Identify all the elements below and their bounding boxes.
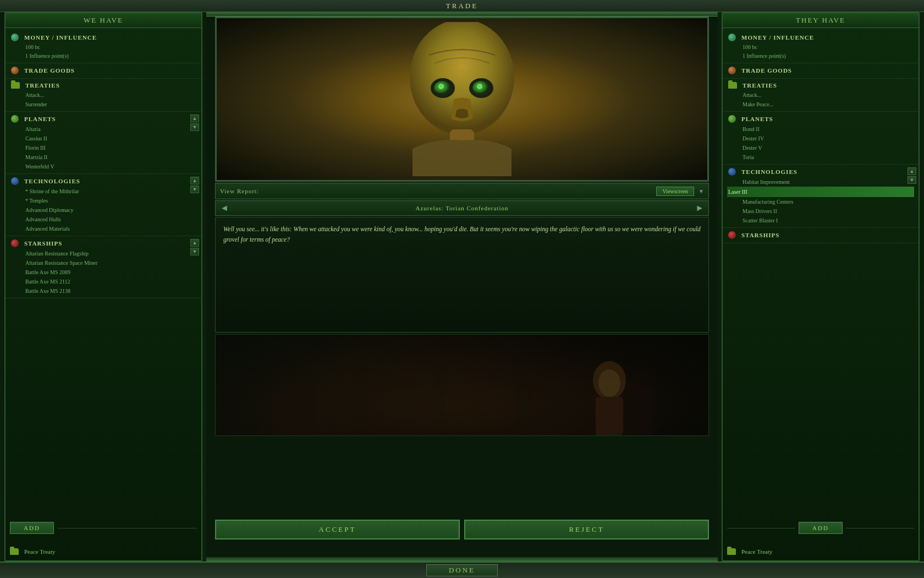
left-money-section: Money / Influence 100 bc 1 Influence poi… bbox=[6, 30, 201, 63]
left-add-button[interactable]: Add bbox=[10, 522, 54, 534]
done-button[interactable]: Done bbox=[426, 564, 498, 576]
right-tech-scroll-up[interactable]: ▲ bbox=[908, 167, 916, 175]
left-treaties-header: Treaties bbox=[11, 82, 196, 89]
left-tech-materials[interactable]: Advanced Materials bbox=[11, 224, 196, 233]
right-money-header: Money / Influence bbox=[728, 34, 913, 41]
svg-rect-17 bbox=[596, 397, 623, 435]
left-ships-scroll: ▲ ▼ bbox=[190, 239, 199, 255]
left-ships-section: Starships Altarian Resistance Flagship A… bbox=[6, 236, 201, 298]
bottom-bar: Done bbox=[0, 561, 924, 578]
nav-prev-button[interactable]: ◄ bbox=[220, 203, 229, 213]
left-ships-scroll-up[interactable]: ▲ bbox=[190, 239, 199, 247]
action-buttons: Accept Reject bbox=[215, 520, 709, 539]
right-panel: They Have Money / Influence 100 bc 1 Inf… bbox=[722, 12, 920, 561]
nav-next-button[interactable]: ► bbox=[695, 203, 704, 213]
reject-button[interactable]: Reject bbox=[464, 520, 709, 539]
right-tech-scroll-down[interactable]: ▼ bbox=[908, 176, 916, 184]
left-trade-title: Trade Goods bbox=[24, 67, 75, 74]
right-tech-laser[interactable]: Laser III bbox=[727, 187, 914, 197]
right-trade-header: Trade Goods bbox=[728, 67, 913, 74]
right-treaties-section: Treaties Attack... Make Peace... bbox=[723, 79, 919, 112]
left-peace-treaty-label[interactable]: Peace Treaty bbox=[24, 548, 56, 555]
viewscreen-button[interactable]: Viewscreen bbox=[656, 187, 694, 196]
svg-point-8 bbox=[478, 85, 480, 87]
left-planets-scroll-up[interactable]: ▲ bbox=[190, 114, 199, 122]
left-panel-content: Money / Influence 100 bc 1 Influence poi… bbox=[6, 28, 201, 301]
right-treaties-header: Treaties bbox=[728, 82, 913, 89]
left-planets-section: Planets Altaria Cassius II Florin III Ma… bbox=[6, 112, 201, 174]
left-money-header: Money / Influence bbox=[11, 34, 196, 41]
right-planets-icon bbox=[728, 115, 736, 123]
left-tech-diplomacy[interactable]: Advanced Diplomacy bbox=[11, 205, 196, 215]
right-treaty-make-peace[interactable]: Make Peace... bbox=[728, 100, 913, 109]
right-add-button[interactable]: Add bbox=[799, 522, 843, 534]
left-tech-title: Technologies bbox=[24, 178, 80, 184]
right-money-amount[interactable]: 100 bc bbox=[728, 43, 913, 52]
left-ship-battle2[interactable]: Battle Axe MS 2112 bbox=[11, 277, 196, 286]
right-treaties-title: Treaties bbox=[743, 82, 777, 89]
left-planet-altaria[interactable]: Altaria bbox=[11, 124, 196, 134]
alien-portrait bbox=[215, 17, 709, 182]
window-title: Trade bbox=[446, 2, 478, 10]
right-ships-title: Starships bbox=[741, 232, 779, 238]
left-tech-scroll-down[interactable]: ▼ bbox=[190, 186, 199, 193]
left-money-amount[interactable]: 100 bc bbox=[11, 43, 196, 52]
left-tech-header: Technologies bbox=[11, 177, 196, 185]
left-planet-martzia[interactable]: Martzia II bbox=[11, 152, 196, 162]
alien-face-svg bbox=[391, 22, 534, 176]
left-panel-header: We Have bbox=[6, 13, 201, 28]
left-planets-scroll-down[interactable]: ▼ bbox=[190, 123, 199, 131]
right-money-influence[interactable]: 1 Influence point(s) bbox=[728, 52, 913, 61]
right-planet-dester5[interactable]: Dester V bbox=[728, 143, 913, 152]
ship-icon-right bbox=[728, 231, 736, 239]
left-planet-cassius[interactable]: Cassius II bbox=[11, 134, 196, 143]
peace-treaty-icon-left bbox=[10, 548, 19, 555]
left-trade-section: Trade Goods bbox=[6, 63, 201, 79]
right-peace-treaty-label[interactable]: Peace Treaty bbox=[741, 548, 773, 555]
left-trade-header: Trade Goods bbox=[11, 67, 196, 74]
left-ship-miner[interactable]: Altarian Resistance Space Miner bbox=[11, 258, 196, 268]
left-treaties-title: Treaties bbox=[25, 82, 60, 89]
left-treaties-section: Treaties Attack... Surrender bbox=[6, 79, 201, 112]
right-tech-mass-drivers[interactable]: Mass Drivers II bbox=[728, 206, 913, 216]
right-treaties-folder-icon bbox=[728, 82, 737, 89]
right-panel-content: Money / Influence 100 bc 1 Influence poi… bbox=[723, 28, 919, 246]
right-planets-section: Planets Bond II Dester IV Dester V Toria bbox=[723, 112, 919, 165]
accept-button[interactable]: Accept bbox=[215, 520, 460, 539]
left-ships-header: Starships bbox=[11, 239, 196, 247]
right-tech-scroll: ▲ ▼ bbox=[908, 167, 916, 184]
left-tech-hulls[interactable]: Advanced Hulls bbox=[11, 215, 196, 224]
right-tech-title: Technologies bbox=[741, 168, 798, 175]
right-tech-header: Technologies bbox=[728, 168, 913, 176]
right-peace-treaty-bar: Peace Treaty bbox=[727, 548, 914, 555]
left-tech-scroll-up[interactable]: ▲ bbox=[190, 177, 199, 184]
left-ship-flagship[interactable]: Altarian Resistance Flagship bbox=[11, 249, 196, 258]
right-treaty-attack[interactable]: Attack... bbox=[728, 90, 913, 100]
left-ships-scroll-down[interactable]: ▼ bbox=[190, 248, 199, 255]
right-planet-dester4[interactable]: Dester IV bbox=[728, 134, 913, 143]
left-money-influence[interactable]: 1 Influence point(s) bbox=[11, 52, 196, 61]
svg-rect-11 bbox=[299, 367, 315, 435]
left-planet-florin[interactable]: Florin III bbox=[11, 143, 196, 152]
left-peace-treaty-bar: Peace Treaty bbox=[10, 548, 197, 555]
tech-icon-left bbox=[11, 177, 19, 185]
left-planet-westerfeld[interactable]: Westerfeld V bbox=[11, 162, 196, 171]
left-treaty-attack[interactable]: Attack... bbox=[11, 90, 196, 100]
right-tech-manufacturing[interactable]: Manufacturing Centers bbox=[728, 197, 913, 206]
left-planets-title: Planets bbox=[24, 116, 56, 122]
right-trade-title: Trade Goods bbox=[741, 67, 792, 74]
right-tech-habitat[interactable]: Habitat Improvement bbox=[728, 177, 913, 187]
right-planet-bond[interactable]: Bond II bbox=[728, 124, 913, 134]
left-treaty-surrender[interactable]: Surrender bbox=[11, 100, 196, 109]
tech-icon-right bbox=[728, 168, 736, 176]
dialogue-text: Well you see... it's like this: When we … bbox=[223, 224, 701, 245]
right-planet-toria[interactable]: Toria bbox=[728, 152, 913, 162]
bg-image-area bbox=[215, 334, 709, 436]
money-icon bbox=[11, 34, 19, 41]
right-tech-scatter[interactable]: Scatter Blaster I bbox=[728, 216, 913, 225]
left-tech-temples[interactable]: * Temples bbox=[11, 196, 196, 205]
left-ship-battle3[interactable]: Battle Axe MS 2138 bbox=[11, 286, 196, 296]
left-tech-shrine[interactable]: * Shrine of the Mithrilar bbox=[11, 187, 196, 196]
left-ship-battle1[interactable]: Battle Axe MS 2089 bbox=[11, 268, 196, 277]
viewscreen-dropdown-arrow[interactable]: ▼ bbox=[698, 188, 704, 194]
